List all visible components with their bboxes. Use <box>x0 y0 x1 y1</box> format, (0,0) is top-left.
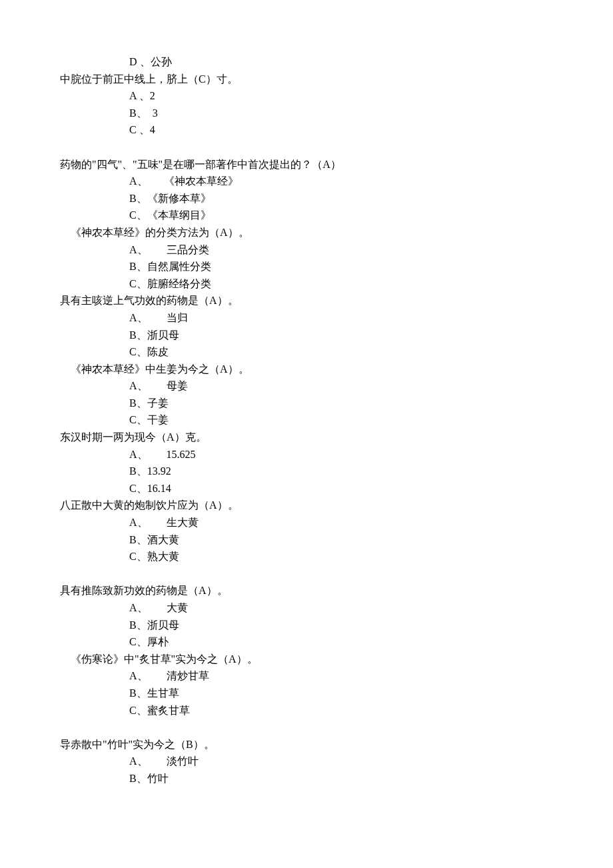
option-text: B、浙贝母 <box>129 327 553 344</box>
option-text: C 、4 <box>129 121 553 139</box>
option-text: B、13.92 <box>129 463 553 480</box>
option-text: C、16.14 <box>129 480 553 497</box>
option-text: A、 15.625 <box>129 446 553 463</box>
option-text: A、 三品分类 <box>129 241 553 259</box>
blank-line <box>60 719 553 736</box>
question-text: 东汉时期一两为现今（A）克。 <box>60 429 553 446</box>
option-text: A、 生大黄 <box>129 514 553 531</box>
question-text: 八正散中大黄的炮制饮片应为（A）。 <box>60 497 553 514</box>
question-text: 《伤寒论》中"炙甘草"实为今之（A）。 <box>71 651 553 668</box>
option-text: A、 清炒甘草 <box>129 667 553 685</box>
question-text: 《神农本草经》中生姜为今之（A）。 <box>71 361 553 378</box>
question-text: 药物的"四气"、"五味"是在哪一部著作中首次提出的？（A） <box>60 156 553 173</box>
option-text: C、厚朴 <box>129 633 553 651</box>
option-text: A 、2 <box>129 87 553 105</box>
option-text: A、 大黄 <box>129 599 553 617</box>
question-text: 具有推陈致新功效的药物是（A）。 <box>60 582 553 599</box>
option-text: B、子姜 <box>129 395 553 412</box>
option-text: B、浙贝母 <box>129 617 553 634</box>
blank-line <box>60 139 553 156</box>
option-text: C、《本草纲目》 <box>129 207 553 224</box>
option-text: D 、公孙 <box>129 53 553 71</box>
option-text: C、熟大黄 <box>129 548 553 565</box>
option-text: C、干姜 <box>129 411 553 429</box>
option-text: A、 《神农本草经》 <box>129 173 553 190</box>
option-text: A、 淡竹叶 <box>129 753 553 770</box>
option-text: B、《新修本草》 <box>129 190 553 207</box>
question-text: 具有主咳逆上气功效的药物是（A）。 <box>60 292 553 309</box>
option-text: C、蜜炙甘草 <box>129 702 553 719</box>
option-text: B、酒大黄 <box>129 531 553 549</box>
option-text: B、自然属性分类 <box>129 258 553 275</box>
option-text: B、生甘草 <box>129 685 553 702</box>
option-text: B、竹叶 <box>129 770 553 787</box>
option-text: B、 3 <box>129 105 553 122</box>
document-body: D 、公孙中脘位于前正中线上，脐上（C）寸。A 、2B、 3C 、4 药物的"四… <box>60 53 553 787</box>
question-text: 导赤散中"竹叶"实为今之（B）。 <box>60 736 553 753</box>
blank-line <box>60 565 553 583</box>
option-text: C、陈皮 <box>129 343 553 361</box>
option-text: C、脏腑经络分类 <box>129 275 553 293</box>
option-text: A、 母姜 <box>129 377 553 395</box>
option-text: A、 当归 <box>129 309 553 327</box>
question-text: 中脘位于前正中线上，脐上（C）寸。 <box>60 71 553 88</box>
question-text: 《神农本草经》的分类方法为（A）。 <box>71 224 553 241</box>
